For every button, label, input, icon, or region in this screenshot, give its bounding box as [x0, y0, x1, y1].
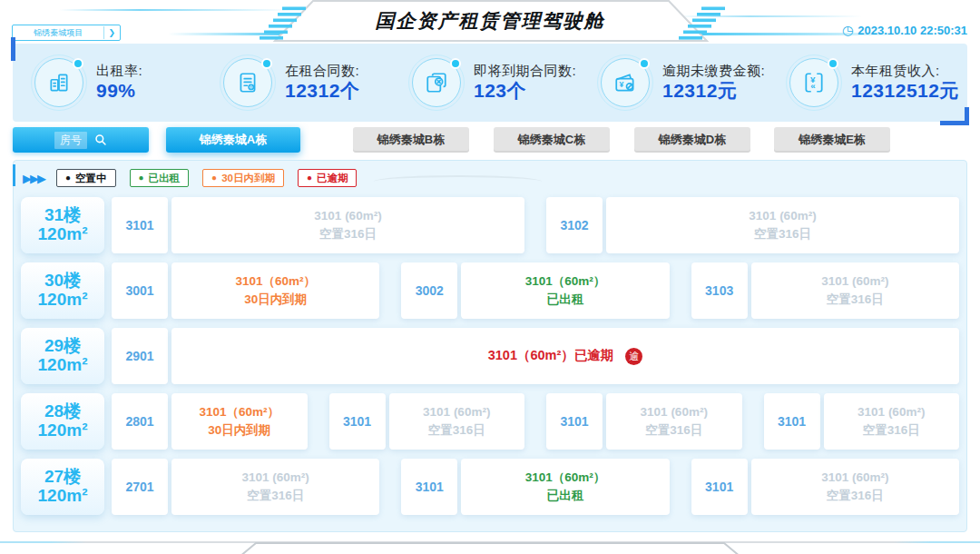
room-card[interactable]: 2901 3101（60m²）已逾期 逾: [112, 328, 959, 384]
room-title: 3101（60m²）已逾期: [488, 346, 614, 366]
clock-icon: ◷: [842, 23, 853, 37]
search-input[interactable]: 房号: [54, 132, 87, 149]
room-status: 空置316日: [827, 291, 884, 309]
room-title: 3101 (60m²): [242, 469, 309, 487]
room-number[interactable]: 3102: [546, 197, 603, 253]
room-number[interactable]: 3101: [112, 197, 168, 253]
room-number[interactable]: 2801: [112, 393, 168, 450]
legend-dot: ●: [211, 173, 217, 183]
room-card[interactable]: 3101 3101 (60m²) 空置316日: [112, 197, 524, 253]
floor-rooms: 3001 3101（60m²） 30日内到期 3002 3101（60m²） 已…: [112, 262, 959, 319]
contract-expiring-icon: [412, 58, 461, 107]
tab-building-e[interactable]: 锦绣秦城E栋: [774, 127, 890, 153]
room-card[interactable]: 2801 3101（60m²） 30日内到期: [112, 393, 308, 450]
floor-map-panel: ▶▶▶ ●空置中 ●已出租 ●30日内到期 ●已逾期 31楼 120m² 310…: [13, 160, 967, 532]
room-card[interactable]: 2701 3101 (60m²) 空置316日: [112, 459, 379, 515]
room-card[interactable]: 3101 3101 (60m²) 空置316日: [691, 459, 959, 515]
legend-dot: ●: [65, 173, 71, 183]
floor-label: 30楼: [44, 272, 81, 291]
room-content[interactable]: 3101（60m²）已逾期 逾: [172, 328, 959, 384]
room-content[interactable]: 3101 (60m²) 空置316日: [606, 393, 742, 450]
room-content[interactable]: 3101（60m²） 已出租: [461, 459, 669, 515]
room-content[interactable]: 3101 (60m²) 空置316日: [751, 262, 959, 319]
room-status: 空置316日: [319, 225, 377, 243]
tab-building-b[interactable]: 锦绣秦城B栋: [353, 127, 469, 153]
stat-occupancy-rate: 出租率: 99%: [18, 58, 207, 107]
room-card[interactable]: 3103 3101 (60m²) 空置316日: [691, 262, 959, 319]
room-card[interactable]: 3001 3101（60m²） 30日内到期: [112, 262, 379, 319]
toolbar: 房号 锦绣秦城A栋 锦绣秦城B栋 锦绣秦城C栋 锦绣秦城D栋 锦绣秦城E栋: [13, 127, 967, 153]
room-number[interactable]: 3001: [112, 262, 168, 319]
room-title: 3101（60m²）: [235, 272, 316, 291]
room-content[interactable]: 3101（60m²） 30日内到期: [172, 393, 308, 450]
room-status: 空置316日: [428, 421, 485, 440]
room-number[interactable]: 3002: [401, 262, 457, 319]
search-icon[interactable]: [94, 134, 107, 146]
legend-rented: ●已出租: [130, 169, 190, 187]
floor-row: 30楼 120m² 3001 3101（60m²） 30日内到期 3002 31…: [21, 262, 959, 319]
floor-area: 120m²: [38, 356, 88, 375]
room-card[interactable]: 3101 3101 (60m²) 空置316日: [329, 393, 525, 450]
floor-label-card: 30楼 120m²: [21, 262, 104, 319]
room-content[interactable]: 3101 (60m²) 空置316日: [751, 459, 959, 515]
stat-label: 出租率:: [96, 63, 142, 80]
floors: 31楼 120m² 3101 3101 (60m²) 空置316日 3102 3…: [19, 197, 961, 515]
room-number[interactable]: 3101: [546, 393, 603, 450]
room-title: 3101 (60m²): [821, 272, 888, 291]
legend-label: 30日内到期: [221, 172, 275, 184]
stat-label: 逾期未缴费金额:: [662, 63, 765, 80]
room-title: 3101 (60m²): [641, 403, 708, 421]
stat-active-contracts: 在租合同数: 12312个: [207, 58, 396, 107]
floor-row: 28楼 120m² 2801 3101（60m²） 30日内到期 3101 31…: [21, 393, 959, 450]
stat-value: 12312元: [662, 79, 765, 103]
chevron-right-icon: ❯: [103, 26, 120, 39]
room-number[interactable]: 2901: [112, 328, 168, 384]
legend-dot: ●: [307, 173, 312, 183]
floor-label: 31楼: [44, 206, 81, 225]
floor-label-card: 29楼 120m²: [21, 328, 104, 384]
room-title: 3101 (60m²): [821, 469, 888, 487]
room-card[interactable]: 3102 3101 (60m²) 空置316日: [546, 197, 959, 253]
tab-building-a[interactable]: 锦绣秦城A栋: [166, 127, 300, 153]
floor-row: 27楼 120m² 2701 3101 (60m²) 空置316日 3101 3…: [21, 459, 959, 515]
rental-income-icon: ¥ «: [789, 58, 838, 107]
room-status: 已出租: [547, 291, 584, 309]
stat-label: 即将到期合同数:: [474, 63, 576, 80]
room-status: 空置316日: [247, 487, 304, 505]
room-number[interactable]: 3101: [764, 393, 820, 450]
room-number[interactable]: 3101: [401, 459, 457, 515]
room-number[interactable]: 3101: [691, 459, 748, 515]
tab-building-c[interactable]: 锦绣秦城C栋: [494, 127, 610, 153]
legend-vacant: ●空置中: [56, 169, 116, 187]
room-content[interactable]: 3101 (60m²) 空置316日: [824, 393, 960, 450]
stat-value: 12312个: [285, 79, 359, 103]
stat-expiring-contracts: 即将到期合同数: 123个: [396, 58, 584, 107]
room-content[interactable]: 3101 (60m²) 空置316日: [389, 393, 525, 450]
deco-line: [374, 175, 542, 182]
room-content[interactable]: 3101 (60m²) 空置316日: [172, 459, 379, 515]
project-selector[interactable]: 锦绣秦城项目 ❯: [12, 25, 121, 41]
stat-value: 123个: [474, 79, 576, 103]
room-number[interactable]: 2701: [112, 459, 168, 515]
floor-rooms: 2701 3101 (60m²) 空置316日 3101 3101（60m²） …: [112, 459, 959, 515]
room-card[interactable]: 3101 3101（60m²） 已出租: [401, 459, 669, 515]
room-content[interactable]: 3101 (60m²) 空置316日: [606, 197, 959, 253]
legend-row: ▶▶▶ ●空置中 ●已出租 ●30日内到期 ●已逾期: [19, 166, 961, 190]
room-status: 空置316日: [863, 421, 920, 440]
footer-tab-shape: [227, 542, 753, 554]
room-card[interactable]: 3002 3101（60m²） 已出租: [401, 262, 669, 319]
room-number[interactable]: 3101: [329, 393, 386, 450]
room-card[interactable]: 3101 3101 (60m²) 空置316日: [546, 393, 742, 450]
datetime-display: ◷ 2023.10.10 22:50:31: [842, 23, 967, 37]
room-status: 空置316日: [645, 421, 702, 440]
room-number[interactable]: 3103: [691, 262, 748, 319]
tab-building-d[interactable]: 锦绣秦城D栋: [634, 127, 750, 153]
floor-area: 120m²: [38, 487, 88, 506]
overdue-badge: 逾: [625, 348, 642, 365]
room-content[interactable]: 3101 (60m²) 空置316日: [172, 197, 524, 253]
room-content[interactable]: 3101（60m²） 30日内到期: [172, 262, 379, 319]
room-search-box[interactable]: 房号: [13, 127, 149, 153]
room-card[interactable]: 3101 3101 (60m²) 空置316日: [764, 393, 960, 450]
floor-label-card: 31楼 120m²: [21, 197, 104, 253]
room-content[interactable]: 3101（60m²） 已出租: [461, 262, 669, 319]
